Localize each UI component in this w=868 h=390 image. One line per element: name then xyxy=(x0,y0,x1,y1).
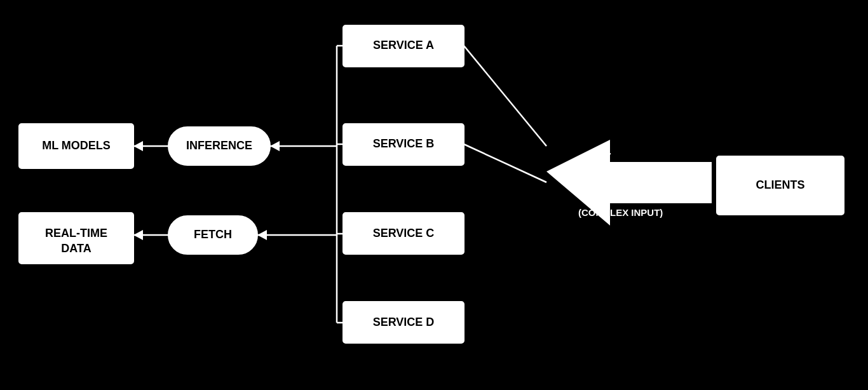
service-d-label: SERVICE D xyxy=(373,316,435,328)
inference-arrow xyxy=(270,141,280,151)
real-time-data-label-1: REAL-TIME xyxy=(45,227,107,239)
service-b-label: SERVICE B xyxy=(373,137,435,150)
service-a-label: SERVICE A xyxy=(373,39,434,51)
service-c-label: SERVICE C xyxy=(373,227,435,239)
real-time-data-label-2: DATA xyxy=(61,242,91,255)
clients-label: CLIENTS xyxy=(756,178,804,191)
ml-models-label: ML MODELS xyxy=(42,139,111,152)
service-b-to-get xyxy=(464,144,546,182)
inference-label: INFERENCE xyxy=(186,139,252,152)
diagram-container: ML MODELS REAL-TIME DATA INFERENCE FETCH… xyxy=(0,0,868,390)
fetch-arrow xyxy=(257,230,267,240)
architecture-diagram: ML MODELS REAL-TIME DATA INFERENCE FETCH… xyxy=(0,0,868,390)
service-a-to-get xyxy=(464,46,546,146)
real-time-arrow xyxy=(133,230,143,240)
ml-models-arrow xyxy=(133,141,143,151)
fetch-label: FETCH xyxy=(194,228,232,241)
